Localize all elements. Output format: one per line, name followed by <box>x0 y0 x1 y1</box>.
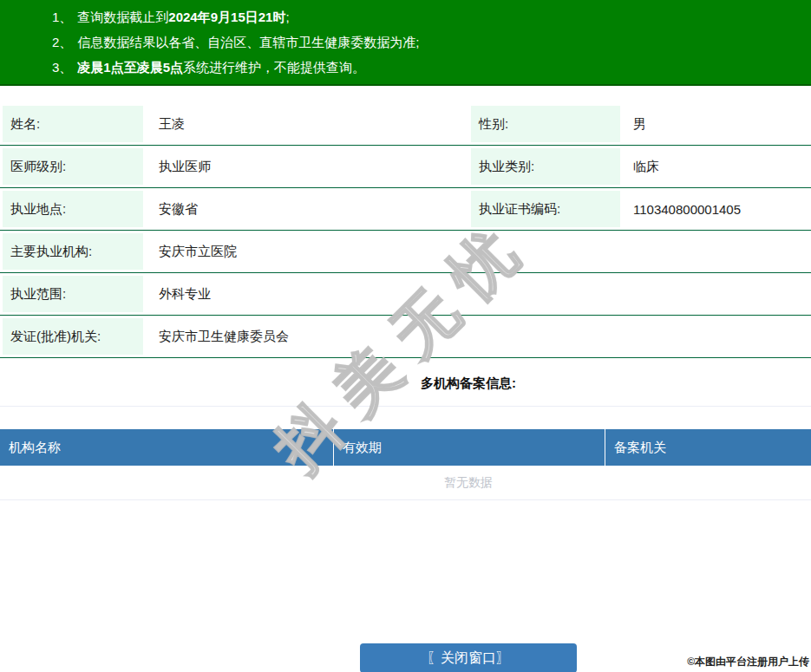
notice-line-text: 查询数据截止到 <box>77 10 168 24</box>
profile-field-label: 执业证书编码: <box>471 191 620 227</box>
filing-table-header: 机构名称有效期备案机关 <box>0 429 811 466</box>
filing-column-header: 机构名称 <box>0 429 334 466</box>
profile-field-label: 主要执业机构: <box>3 233 143 270</box>
profile-field-value: 安庆市卫生健康委员会 <box>143 316 811 357</box>
profile-field-label: 姓名: <box>3 106 143 142</box>
profile-cell-half: 性别:男 <box>468 103 811 145</box>
notice-line-number: 1、 <box>52 10 72 24</box>
table-row: 姓名:王凌性别:男 <box>0 103 811 146</box>
profile-field-value: 执业医师 <box>143 146 468 187</box>
table-row: 发证(批准)机关:安庆市卫生健康委员会 <box>0 316 811 358</box>
notice-line-number: 2、 <box>52 35 72 49</box>
profile-field-value: 外科专业 <box>143 273 811 315</box>
notice-line-bold-text: 2024年9月15日21时 <box>168 10 285 24</box>
profile-field-label: 性别: <box>471 106 620 142</box>
table-row: 医师级别:执业医师执业类别:临床 <box>0 146 811 188</box>
filing-section-title: 多机构备案信息: <box>0 358 811 407</box>
profile-field-value: 安庆市立医院 <box>143 231 811 272</box>
profile-field-value: 临床 <box>620 146 811 187</box>
table-row: 执业范围:外科专业 <box>0 273 811 316</box>
profile-field-value: 男 <box>620 103 811 145</box>
profile-cell-full: 执业范围:外科专业 <box>0 273 811 315</box>
notice-banner: 1、查询数据截止到2024年9月15日21时;2、信息数据结果以各省、自治区、直… <box>0 0 811 86</box>
profile-table: 姓名:王凌性别:男医师级别:执业医师执业类别:临床执业地点:安徽省执业证书编码:… <box>0 103 811 358</box>
close-window-button[interactable]: 〖关闭窗口〗 <box>360 643 577 672</box>
notice-line-bold-text: 凌晨1点至凌晨5点 <box>77 60 183 75</box>
notice-line-text: ; <box>285 10 289 24</box>
query-result-page: 1、查询数据截止到2024年9月15日21时;2、信息数据结果以各省、自治区、直… <box>0 0 811 672</box>
profile-cell-half: 执业地点:安徽省 <box>0 188 468 230</box>
filing-column-header: 备案机关 <box>605 429 811 466</box>
table-row: 执业地点:安徽省执业证书编码:110340800001405 <box>0 188 811 231</box>
profile-field-label: 执业范围: <box>3 276 143 312</box>
profile-field-value: 安徽省 <box>143 188 468 230</box>
profile-field-value: 110340800001405 <box>620 188 811 230</box>
notice-line-text: 信息数据结果以各省、自治区、直辖市卫生健康委数据为准; <box>77 35 419 49</box>
profile-field-label: 执业类别: <box>471 148 620 185</box>
profile-cell-half: 执业类别:临床 <box>468 146 811 187</box>
table-row: 主要执业机构:安庆市立医院 <box>0 231 811 273</box>
notice-line-number: 3、 <box>52 60 72 75</box>
profile-field-label: 发证(批准)机关: <box>3 318 143 355</box>
profile-cell-half: 医师级别:执业医师 <box>0 146 468 187</box>
notice-line: 2、信息数据结果以各省、自治区、直辖市卫生健康委数据为准; <box>52 29 802 55</box>
profile-field-value: 王凌 <box>143 103 468 145</box>
profile-cell-half: 执业证书编码:110340800001405 <box>468 188 811 230</box>
notice-line-text: 系统进行维护，不能提供查询。 <box>183 60 365 75</box>
profile-field-label: 医师级别: <box>3 148 143 185</box>
filing-column-header: 有效期 <box>334 429 605 466</box>
filing-empty-text: 暂无数据 <box>0 466 811 500</box>
notice-line: 3、凌晨1点至凌晨5点系统进行维护，不能提供查询。 <box>52 55 802 80</box>
profile-field-label: 执业地点: <box>3 191 143 227</box>
uploader-stamp: ©本图由平台注册用户上传 <box>687 655 809 669</box>
profile-cell-full: 发证(批准)机关:安庆市卫生健康委员会 <box>0 316 811 357</box>
notice-line: 1、查询数据截止到2024年9月15日21时; <box>52 4 802 29</box>
profile-cell-half: 姓名:王凌 <box>0 103 468 145</box>
profile-cell-full: 主要执业机构:安庆市立医院 <box>0 231 811 272</box>
